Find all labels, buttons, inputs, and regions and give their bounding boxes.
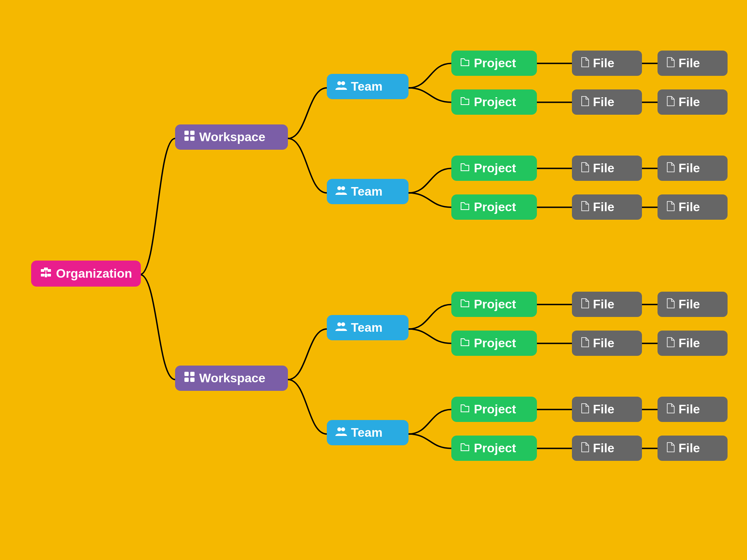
project-node-6[interactable]: Project: [451, 331, 537, 356]
file-node-7b[interactable]: File: [658, 397, 728, 422]
file-label-7b: File: [679, 402, 700, 416]
team-icon-1: [335, 79, 347, 94]
team-node-2[interactable]: Team: [327, 179, 409, 204]
project-label-8: Project: [474, 441, 516, 455]
team-label-4: Team: [351, 425, 382, 440]
svg-point-35: [341, 186, 345, 190]
workspace-icon-2: [184, 371, 195, 385]
file-icon-2b: [666, 95, 675, 109]
file-node-6b[interactable]: File: [658, 331, 728, 356]
team-node-4[interactable]: Team: [327, 420, 409, 445]
svg-point-36: [337, 322, 341, 326]
file-icon-1a: [580, 56, 589, 70]
svg-point-34: [337, 186, 341, 190]
file-icon-8a: [580, 441, 589, 455]
project-node-5[interactable]: Project: [451, 292, 537, 317]
file-label-6a: File: [593, 336, 614, 350]
team-icon-4: [335, 425, 347, 440]
project-label-6: Project: [474, 336, 516, 350]
svg-point-32: [337, 81, 341, 85]
svg-rect-30: [184, 378, 189, 382]
svg-rect-26: [184, 136, 189, 141]
project-node-4[interactable]: Project: [451, 194, 537, 220]
team-node-1[interactable]: Team: [327, 74, 409, 99]
file-label-3b: File: [679, 161, 700, 175]
file-icon-5b: [666, 297, 675, 312]
project-icon-5: [460, 297, 470, 312]
team-node-3[interactable]: Team: [327, 315, 409, 340]
file-label-5b: File: [679, 297, 700, 312]
file-node-1b[interactable]: File: [658, 51, 728, 76]
file-node-8b[interactable]: File: [658, 436, 728, 461]
file-label-5a: File: [593, 297, 614, 312]
svg-rect-29: [190, 372, 195, 376]
org-icon: [40, 266, 52, 281]
file-icon-6a: [580, 336, 589, 350]
svg-rect-25: [190, 131, 195, 135]
project-icon-8: [460, 441, 470, 455]
file-node-5a[interactable]: File: [572, 292, 642, 317]
project-icon-6: [460, 336, 470, 350]
svg-rect-27: [190, 136, 195, 141]
file-label-1b: File: [679, 56, 700, 70]
file-label-3a: File: [593, 161, 614, 175]
project-node-3[interactable]: Project: [451, 156, 537, 181]
file-icon-8b: [666, 441, 675, 455]
project-node-7[interactable]: Project: [451, 397, 537, 422]
file-label-2b: File: [679, 95, 700, 109]
file-label-7a: File: [593, 402, 614, 416]
file-node-3a[interactable]: File: [572, 156, 642, 181]
project-node-8[interactable]: Project: [451, 436, 537, 461]
file-node-8a[interactable]: File: [572, 436, 642, 461]
file-node-3b[interactable]: File: [658, 156, 728, 181]
project-icon-2: [460, 95, 470, 109]
team-label-3: Team: [351, 320, 382, 335]
file-node-1a[interactable]: File: [572, 51, 642, 76]
file-label-4b: File: [679, 200, 700, 214]
file-label-6b: File: [679, 336, 700, 350]
project-label-4: Project: [474, 200, 516, 214]
file-icon-3b: [666, 161, 675, 175]
diagram: Organization Workspace Workspace: [0, 0, 747, 560]
file-label-4a: File: [593, 200, 614, 214]
team-icon-3: [335, 320, 347, 335]
org-node[interactable]: Organization: [31, 261, 141, 287]
project-icon-3: [460, 161, 470, 175]
project-node-2[interactable]: Project: [451, 89, 537, 115]
workspace-icon-1: [184, 130, 195, 144]
file-label-1a: File: [593, 56, 614, 70]
file-icon-1b: [666, 56, 675, 70]
file-node-6a[interactable]: File: [572, 331, 642, 356]
svg-rect-28: [184, 372, 189, 376]
file-icon-5a: [580, 297, 589, 312]
org-label: Organization: [56, 266, 132, 281]
project-label-5: Project: [474, 297, 516, 312]
file-node-4a[interactable]: File: [572, 194, 642, 220]
svg-rect-31: [190, 378, 195, 382]
svg-point-38: [337, 427, 341, 431]
team-label-2: Team: [351, 184, 382, 199]
file-icon-4b: [666, 200, 675, 214]
file-icon-7b: [666, 402, 675, 416]
project-label-2: Project: [474, 95, 516, 109]
file-icon-2a: [580, 95, 589, 109]
file-label-8b: File: [679, 441, 700, 455]
file-icon-3a: [580, 161, 589, 175]
file-node-4b[interactable]: File: [658, 194, 728, 220]
project-node-1[interactable]: Project: [451, 51, 537, 76]
workspace-label-1: Workspace: [199, 130, 265, 144]
project-label-3: Project: [474, 161, 516, 175]
project-icon-4: [460, 200, 470, 214]
project-label-1: Project: [474, 56, 516, 70]
file-node-7a[interactable]: File: [572, 397, 642, 422]
file-node-5b[interactable]: File: [658, 292, 728, 317]
workspace-node-2[interactable]: Workspace: [175, 366, 288, 391]
workspace-node-1[interactable]: Workspace: [175, 124, 288, 150]
file-icon-7a: [580, 402, 589, 416]
team-icon-2: [335, 184, 347, 199]
project-icon-7: [460, 402, 470, 416]
project-icon-1: [460, 56, 470, 70]
svg-rect-18: [44, 268, 48, 270]
file-node-2b[interactable]: File: [658, 89, 728, 115]
file-node-2a[interactable]: File: [572, 89, 642, 115]
